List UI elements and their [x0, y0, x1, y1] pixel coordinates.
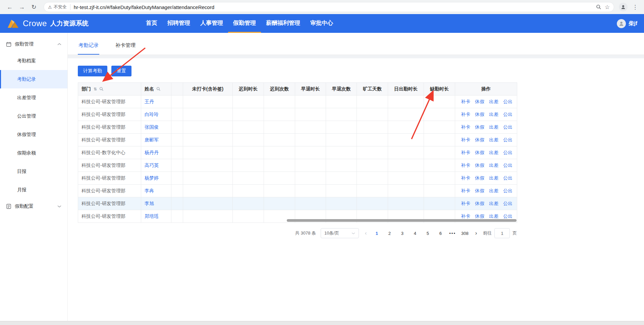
- nav-home[interactable]: 首页: [141, 14, 162, 33]
- row-action-4[interactable]: 公出: [503, 162, 513, 168]
- page-3[interactable]: 3: [398, 231, 406, 236]
- page-2[interactable]: 2: [385, 231, 393, 236]
- row-action-3[interactable]: 出差: [489, 201, 498, 206]
- zoom-icon[interactable]: [596, 4, 601, 10]
- search-icon[interactable]: [99, 87, 104, 91]
- address-bar[interactable]: ⚠ 不安全 hr-test.zjf-it.cn/#/fakeDuty/fakeD…: [44, 2, 614, 12]
- row-action-3[interactable]: 出差: [489, 188, 498, 193]
- nav-hr[interactable]: 人事管理: [195, 14, 228, 33]
- horizontal-scrollbar[interactable]: [287, 219, 517, 222]
- sidebar-item-attendance-record[interactable]: 考勤记录: [0, 70, 67, 88]
- browser-forward-icon[interactable]: →: [17, 2, 27, 12]
- row-action-1[interactable]: 补卡: [461, 188, 470, 193]
- tab-attendance-record[interactable]: 考勤记录: [78, 42, 99, 55]
- row-action-2[interactable]: 休假: [475, 124, 484, 130]
- row-action-2[interactable]: 休假: [475, 188, 484, 193]
- browser-reload-icon[interactable]: ↻: [29, 2, 39, 12]
- row-action-2[interactable]: 休假: [475, 150, 484, 155]
- row-action-1[interactable]: 补卡: [461, 213, 470, 219]
- name-link[interactable]: 张国俊: [145, 124, 159, 130]
- row-action-4[interactable]: 公出: [503, 137, 513, 142]
- header-user[interactable]: 柴jf: [617, 19, 637, 28]
- row-action-2[interactable]: 休假: [475, 175, 484, 181]
- col-department[interactable]: 部门 ⇅: [78, 83, 141, 95]
- name-link[interactable]: 杨丹丹: [145, 150, 159, 155]
- row-action-1[interactable]: 补卡: [461, 150, 470, 155]
- more-pages-icon[interactable]: •••: [449, 231, 456, 236]
- browser-profile-icon[interactable]: [619, 3, 628, 11]
- row-action-2[interactable]: 休假: [475, 162, 484, 168]
- row-action-1[interactable]: 补卡: [461, 175, 470, 181]
- name-link[interactable]: 李冉: [145, 188, 154, 193]
- row-action-4[interactable]: 公出: [503, 188, 513, 193]
- row-action-1[interactable]: 补卡: [461, 137, 470, 142]
- row-action-3[interactable]: 出差: [489, 175, 498, 181]
- row-action-3[interactable]: 出差: [489, 99, 498, 104]
- user-avatar-icon: [617, 19, 626, 28]
- sidebar-item-leave-balance[interactable]: 假期余额: [0, 144, 67, 162]
- page-5[interactable]: 5: [424, 231, 432, 236]
- sort-icon[interactable]: ⇅: [94, 87, 97, 91]
- row-action-2[interactable]: 休假: [475, 137, 484, 142]
- sidebar-item-outing[interactable]: 公出管理: [0, 107, 67, 125]
- page-last[interactable]: 308: [461, 231, 469, 236]
- row-action-4[interactable]: 公出: [503, 213, 513, 219]
- row-action-3[interactable]: 出差: [489, 162, 498, 168]
- row-action-2[interactable]: 休假: [475, 112, 484, 117]
- nav-approval[interactable]: 审批中心: [305, 14, 338, 33]
- name-link[interactable]: 白玲玲: [145, 112, 159, 117]
- name-link[interactable]: 李旭: [145, 201, 154, 206]
- nav-payroll[interactable]: 薪酬福利管理: [261, 14, 305, 33]
- row-action-1[interactable]: 补卡: [461, 112, 470, 117]
- row-action-3[interactable]: 出差: [489, 213, 498, 219]
- sidebar-item-daily-report[interactable]: 日报: [0, 162, 67, 181]
- sidebar-item-leave[interactable]: 休假管理: [0, 125, 67, 144]
- page-4[interactable]: 4: [411, 231, 419, 236]
- bookmark-star-icon[interactable]: ☆: [605, 4, 610, 11]
- sidebar-group-config[interactable]: 假勤配置: [0, 199, 67, 214]
- col-name[interactable]: 姓名: [141, 83, 171, 95]
- row-action-4[interactable]: 公出: [503, 201, 513, 206]
- prev-page-button[interactable]: ‹: [364, 230, 368, 236]
- row-action-4[interactable]: 公出: [503, 112, 513, 117]
- row-action-4[interactable]: 公出: [503, 150, 513, 155]
- row-action-1[interactable]: 补卡: [461, 201, 470, 206]
- row-action-2[interactable]: 休假: [475, 213, 484, 219]
- name-link[interactable]: 高巧英: [145, 162, 159, 168]
- row-action-3[interactable]: 出差: [489, 137, 498, 142]
- search-icon[interactable]: [156, 87, 161, 91]
- goto-page-input[interactable]: [494, 228, 510, 238]
- row-action-3[interactable]: 出差: [489, 112, 498, 117]
- row-action-4[interactable]: 公出: [503, 124, 513, 130]
- next-page-button[interactable]: ›: [474, 230, 478, 236]
- row-action-4[interactable]: 公出: [503, 99, 513, 104]
- name-link[interactable]: 唐郦军: [145, 137, 159, 142]
- url-text[interactable]: hr-test.zjf-it.cn/#/fakeDuty/fakeDutyMan…: [74, 4, 596, 10]
- calculate-attendance-button[interactable]: 计算考勤: [78, 66, 107, 76]
- page-1[interactable]: 1: [373, 231, 381, 236]
- nav-attendance[interactable]: 假勤管理: [228, 14, 261, 33]
- tab-card-replacement[interactable]: 补卡管理: [115, 42, 136, 55]
- browser-menu-icon[interactable]: ⋮: [631, 4, 639, 11]
- page-size-select[interactable]: 10条/页: [321, 228, 359, 238]
- name-link[interactable]: 王丹: [145, 99, 154, 104]
- reset-button[interactable]: 重置: [111, 66, 131, 76]
- row-action-4[interactable]: 公出: [503, 175, 513, 181]
- sidebar-group-attendance[interactable]: 假勤管理: [0, 37, 67, 52]
- row-action-1[interactable]: 补卡: [461, 162, 470, 168]
- row-action-1[interactable]: 补卡: [461, 99, 470, 104]
- sidebar-item-business-trip[interactable]: 出差管理: [0, 88, 67, 107]
- name-link[interactable]: 郑培瑶: [145, 213, 159, 219]
- row-action-1[interactable]: 补卡: [461, 124, 470, 130]
- sidebar-item-attendance-archive[interactable]: 考勤档案: [0, 52, 67, 70]
- sidebar-item-monthly-report[interactable]: 月报: [0, 181, 67, 199]
- row-action-2[interactable]: 休假: [475, 99, 484, 104]
- row-action-3[interactable]: 出差: [489, 150, 498, 155]
- browser-back-icon[interactable]: ←: [5, 2, 15, 12]
- name-link[interactable]: 杨梦婷: [145, 175, 159, 181]
- row-action-2[interactable]: 休假: [475, 201, 484, 206]
- page-6[interactable]: 6: [436, 231, 444, 236]
- security-chip[interactable]: ⚠ 不安全: [48, 4, 70, 10]
- row-action-3[interactable]: 出差: [489, 124, 498, 130]
- nav-recruit[interactable]: 招聘管理: [162, 14, 195, 33]
